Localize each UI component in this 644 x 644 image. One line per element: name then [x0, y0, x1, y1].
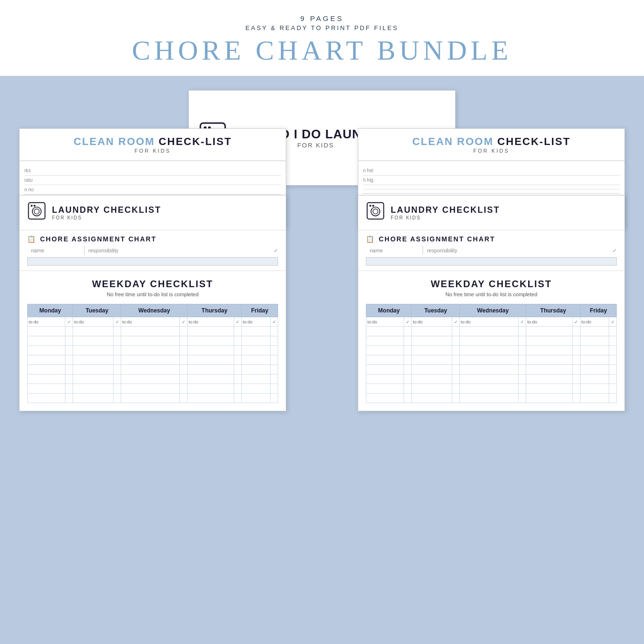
- chore-title-row-right: 📋 CHORE ASSIGNMENT CHART: [366, 235, 617, 243]
- chore-cols-right: name responsibility ✓: [366, 246, 617, 255]
- clean-room-blue-mid-right: CLEAN ROOM: [412, 135, 493, 147]
- chore-title-text-left: CHORE ASSIGNMENT CHART: [40, 235, 156, 243]
- chore-resp-col-left: responsibility: [84, 246, 264, 255]
- chore-check-col-right: ✓: [602, 248, 617, 254]
- sub-todo-left-5: to-do: [241, 317, 270, 327]
- chore-resp-col-right: responsibility: [423, 246, 602, 255]
- th-thursday-left: Thursday: [187, 304, 241, 317]
- laundry-text-right: LAUNDRY CHECKLIST FOR KIDS: [391, 205, 500, 220]
- sub-check-left-1: ✓: [65, 317, 73, 327]
- table-row: [366, 374, 617, 384]
- weekday-table-left: Monday Tuesday Wednesday Thursday Friday…: [27, 304, 278, 403]
- washing-machine-icon-right: [366, 201, 385, 224]
- table-row: [28, 384, 278, 394]
- main-title: CHORE CHART BUNDLE: [0, 34, 644, 66]
- laundry-checklist-section-left: LAUNDRY CHECKLIST FOR KIDS: [20, 196, 286, 230]
- th-tuesday-right: Tuesday: [412, 304, 460, 317]
- chore-check-col-left: ✓: [264, 248, 278, 254]
- table-row: [366, 384, 617, 394]
- clean-room-sub-mid-right: FOR KIDS: [366, 148, 617, 154]
- th-monday-right: Monday: [366, 304, 412, 317]
- table-row: [28, 336, 278, 346]
- weekday-sub-right: No free time until to-do list is complet…: [366, 291, 617, 297]
- weekday-section-right: WEEKDAY CHECKLIST No free time until to-…: [358, 271, 624, 411]
- clean-room-sub-mid-left: FOR KIDS: [27, 148, 278, 154]
- weekday-table-right: Monday Tuesday Wednesday Thursday Friday…: [366, 304, 617, 403]
- svg-point-9: [33, 205, 35, 207]
- table-row: [366, 394, 617, 403]
- mid-left-line3: n no: [24, 185, 281, 195]
- clean-room-dark-mid-right: CHECK-LIST: [494, 135, 571, 147]
- bottom-area: HOW DO I DO LAUNDRY? FOR KIDS CLEAN ROOM…: [0, 76, 644, 644]
- laundry-text-left: LAUNDRY CHECKLIST FOR KIDS: [52, 205, 161, 220]
- sub-todo-right-5: to-do: [580, 317, 609, 327]
- sub-check-left-5: ✓: [270, 317, 278, 327]
- mid-left-line1: rks: [24, 166, 281, 176]
- front-right-document: LAUNDRY CHECKLIST FOR KIDS 📋 CHORE ASSIG…: [358, 195, 625, 411]
- weekday-title-right: WEEKDAY CHECKLIST: [366, 279, 617, 290]
- chore-clipboard-icon-right: 📋: [366, 235, 375, 243]
- washing-machine-icon-left: [27, 201, 46, 224]
- chore-clipboard-icon-left: 📋: [27, 235, 36, 243]
- table-row: [28, 365, 278, 374]
- subtitle-label: EASY & READY TO PRINT PDF FILES: [0, 24, 644, 31]
- sub-check-right-3: ✓: [519, 317, 526, 327]
- svg-point-14: [372, 205, 374, 207]
- th-friday-left: Friday: [241, 304, 278, 317]
- th-tuesday-left: Tuesday: [73, 304, 121, 317]
- clean-room-header-mid-right: CLEAN ROOM CHECK-LIST FOR KIDS: [358, 129, 624, 161]
- sub-todo-left-2: to-do: [73, 317, 114, 327]
- chore-title-text-right: CHORE ASSIGNMENT CHART: [379, 235, 495, 243]
- clean-room-dark-mid-left: CHECK-LIST: [155, 135, 232, 147]
- docs-container: HOW DO I DO LAUNDRY? FOR KIDS CLEAN ROOM…: [19, 90, 625, 558]
- table-row: [366, 346, 617, 355]
- table-row: [28, 346, 278, 355]
- sub-todo-right-4: to-do: [526, 317, 572, 327]
- sub-check-right-1: ✓: [404, 317, 412, 327]
- sub-check-right-5: ✓: [609, 317, 617, 327]
- laundry-sub-right: FOR KIDS: [391, 215, 500, 220]
- sub-check-left-3: ✓: [180, 317, 187, 327]
- th-thursday-right: Thursday: [526, 304, 580, 317]
- clean-room-header-mid-left: CLEAN ROOM CHECK-LIST FOR KIDS: [20, 129, 286, 161]
- svg-point-7: [34, 209, 40, 214]
- chore-title-row-left: 📋 CHORE ASSIGNMENT CHART: [27, 235, 278, 243]
- sub-todo-right-3: to-do: [460, 317, 519, 327]
- svg-point-8: [31, 205, 32, 207]
- weekday-sub-left: No free time until to-do list is complet…: [27, 291, 278, 297]
- th-friday-right: Friday: [580, 304, 616, 317]
- sub-check-left-2: ✓: [114, 317, 121, 327]
- table-row: [366, 365, 617, 374]
- th-monday-left: Monday: [28, 304, 73, 317]
- svg-point-12: [373, 209, 378, 214]
- laundry-title-right: LAUNDRY CHECKLIST: [391, 205, 500, 215]
- table-row: [366, 336, 617, 346]
- svg-point-13: [369, 205, 371, 207]
- sub-check-left-4: ✓: [234, 317, 241, 327]
- header-area: 9 PAGES EASY & READY TO PRINT PDF FILES …: [0, 0, 644, 76]
- table-row: [28, 374, 278, 384]
- mid-right-line4: [363, 189, 620, 194]
- sub-todo-right-2: to-do: [412, 317, 452, 327]
- sub-check-right-4: ✓: [572, 317, 580, 327]
- mid-right-line2: h hig: [363, 176, 620, 185]
- table-row: [28, 394, 278, 403]
- mid-left-line2: ratu: [24, 176, 281, 185]
- sub-check-right-2: ✓: [452, 317, 460, 327]
- sub-todo-right-1: to-do: [366, 317, 404, 327]
- sub-todo-left-4: to-do: [187, 317, 234, 327]
- th-wednesday-left: Wednesday: [121, 304, 187, 317]
- table-row: [28, 355, 278, 365]
- pages-label: 9 PAGES: [0, 14, 644, 22]
- weekday-section-left: WEEKDAY CHECKLIST No free time until to-…: [20, 271, 286, 411]
- laundry-sub-left: FOR KIDS: [52, 215, 161, 220]
- table-row: [28, 327, 278, 336]
- sub-todo-left-3: to-do: [121, 317, 180, 327]
- chore-name-col-right: name: [366, 246, 423, 255]
- laundry-title-left: LAUNDRY CHECKLIST: [52, 205, 161, 215]
- weekday-title-left: WEEKDAY CHECKLIST: [27, 279, 278, 290]
- sub-todo-left-1: to-do: [28, 317, 65, 327]
- clean-room-blue-mid-left: CLEAN ROOM: [73, 135, 155, 147]
- chore-assignment-right: 📋 CHORE ASSIGNMENT CHART name responsibi…: [358, 230, 624, 271]
- mid-right-line3: [363, 185, 620, 189]
